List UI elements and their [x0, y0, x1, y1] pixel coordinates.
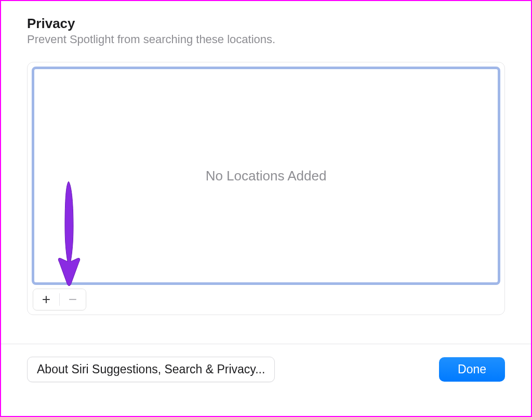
add-location-button[interactable]: +: [33, 289, 59, 310]
about-siri-privacy-button[interactable]: About Siri Suggestions, Search & Privacy…: [27, 357, 275, 382]
add-remove-control: + −: [33, 289, 86, 310]
plus-icon: +: [42, 292, 50, 307]
locations-panel: No Locations Added + −: [27, 62, 505, 315]
minus-icon: −: [69, 292, 77, 307]
page-title: Privacy: [27, 16, 505, 32]
remove-location-button[interactable]: −: [60, 289, 86, 310]
locations-list[interactable]: No Locations Added: [32, 67, 500, 285]
empty-state-label: No Locations Added: [206, 168, 327, 184]
done-button[interactable]: Done: [439, 357, 505, 382]
page-subtitle: Prevent Spotlight from searching these l…: [27, 33, 505, 46]
